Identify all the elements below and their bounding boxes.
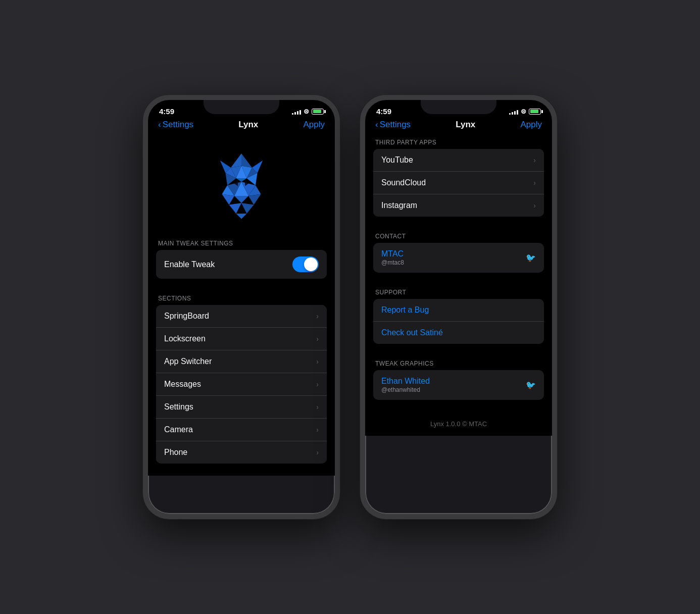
chevron-left-icon-2: ‹ <box>375 120 378 130</box>
svg-marker-22 <box>236 214 247 219</box>
chevron-icon: › <box>316 403 319 411</box>
nav-bar-2: ‹ Settings Lynx Apply <box>365 118 552 135</box>
twitter-icon-mtac: 🐦 <box>526 253 536 263</box>
contact-group: MTAC @mtac8 🐦 <box>373 243 544 273</box>
mtac-row[interactable]: MTAC @mtac8 🐦 <box>373 243 544 273</box>
main-settings-header: MAIN TWEAK SETTINGS <box>148 236 335 250</box>
notch-1 <box>204 100 279 114</box>
back-button-2[interactable]: ‹ Settings <box>375 120 411 130</box>
chevron-icon: › <box>533 156 536 164</box>
svg-marker-1 <box>231 154 241 168</box>
battery-icon-2 <box>529 109 541 115</box>
svg-marker-19 <box>234 196 248 203</box>
chevron-icon: › <box>316 426 319 434</box>
mtac-handle: @mtac8 <box>381 259 404 266</box>
chevron-icon: › <box>533 179 536 187</box>
ethan-whited-row[interactable]: Ethan Whited @ethanwhited 🐦 <box>373 370 544 400</box>
third-party-group: YouTube › SoundCloud › Instagram › <box>373 149 544 217</box>
svg-marker-0 <box>241 154 252 168</box>
sections-header: SECTIONS <box>148 291 335 305</box>
mtac-name: MTAC <box>381 249 404 259</box>
chevron-icon: › <box>316 335 319 343</box>
status-time-2: 4:59 <box>376 107 391 116</box>
wifi-icon-2: ⊜ <box>521 108 526 115</box>
tweak-graphics-group: Ethan Whited @ethanwhited 🐦 <box>373 370 544 400</box>
svg-marker-21 <box>229 203 242 214</box>
svg-marker-17 <box>222 194 235 205</box>
springboard-row[interactable]: SpringBoard › <box>156 305 327 328</box>
chevron-icon: › <box>316 380 319 388</box>
messages-row[interactable]: Messages › <box>156 373 327 396</box>
nav-title-1: Lynx <box>238 120 258 130</box>
enable-tweak-toggle[interactable] <box>292 257 319 272</box>
svg-marker-20 <box>241 203 254 214</box>
wifi-icon-1: ⊜ <box>304 108 309 115</box>
enable-tweak-group: Enable Tweak <box>156 250 327 279</box>
phone-frame-2: 4:59 ⊜ <box>360 95 557 519</box>
checkout-satine-row[interactable]: Check out Satiné <box>373 322 544 344</box>
apply-button-1[interactable]: Apply <box>303 120 325 130</box>
ethan-handle: @ethanwhited <box>381 386 430 393</box>
chevron-icon: › <box>533 201 536 210</box>
support-header: SUPPORT <box>365 285 552 299</box>
phone-frame-1: 4:59 ⊜ <box>143 95 340 519</box>
chevron-icon: › <box>316 312 319 320</box>
app-switcher-row[interactable]: App Switcher › <box>156 350 327 373</box>
soundcloud-row[interactable]: SoundCloud › <box>373 172 544 194</box>
back-button-1[interactable]: ‹ Settings <box>158 120 193 130</box>
enable-tweak-label: Enable Tweak <box>164 260 215 269</box>
apply-button-2[interactable]: Apply <box>520 120 542 130</box>
logo-area <box>148 135 335 236</box>
screen-2: 4:59 ⊜ <box>365 100 552 436</box>
contact-header: CONTACT <box>365 229 552 243</box>
phone-row[interactable]: Phone › <box>156 441 327 464</box>
lockscreen-row[interactable]: Lockscreen › <box>156 328 327 350</box>
ethan-name: Ethan Whited <box>381 377 430 386</box>
twitter-icon-ethan: 🐦 <box>526 380 536 390</box>
camera-row[interactable]: Camera › <box>156 419 327 441</box>
phone-1: 4:59 ⊜ <box>143 95 340 519</box>
status-time-1: 4:59 <box>159 107 174 116</box>
chevron-icon: › <box>316 357 319 366</box>
nav-bar-1: ‹ Settings Lynx Apply <box>148 118 335 135</box>
lynx-logo <box>206 150 277 221</box>
chevron-icon: › <box>316 448 319 456</box>
signal-bars-1 <box>292 109 301 115</box>
sections-group: SpringBoard › Lockscreen › App Switcher … <box>156 305 327 464</box>
svg-marker-16 <box>248 194 261 205</box>
status-icons-1: ⊜ <box>292 108 324 115</box>
phone-2: 4:59 ⊜ <box>360 95 557 519</box>
settings-row[interactable]: Settings › <box>156 396 327 419</box>
status-icons-2: ⊜ <box>509 108 541 115</box>
phone-1-content: MAIN TWEAK SETTINGS Enable Tweak SECTION… <box>148 135 335 476</box>
report-bug-row[interactable]: Report a Bug <box>373 299 544 322</box>
chevron-left-icon-1: ‹ <box>158 120 161 130</box>
tweak-graphics-header: TWEAK GRAPHICS <box>365 356 552 370</box>
nav-title-2: Lynx <box>456 120 475 130</box>
signal-bars-2 <box>509 109 518 115</box>
toggle-knob <box>304 258 318 271</box>
instagram-row[interactable]: Instagram › <box>373 194 544 217</box>
third-party-header: THIRD PARTY APPS <box>365 135 552 149</box>
battery-icon-1 <box>312 109 324 115</box>
youtube-row[interactable]: YouTube › <box>373 149 544 172</box>
phone-2-content: THIRD PARTY APPS YouTube › SoundCloud › … <box>365 135 552 436</box>
screen-1: 4:59 ⊜ <box>148 100 335 476</box>
enable-tweak-row[interactable]: Enable Tweak <box>156 250 327 279</box>
notch-2 <box>421 100 496 114</box>
support-group: Report a Bug Check out Satiné <box>373 299 544 344</box>
footer: Lynx 1.0.0 © MTAC <box>365 412 552 436</box>
